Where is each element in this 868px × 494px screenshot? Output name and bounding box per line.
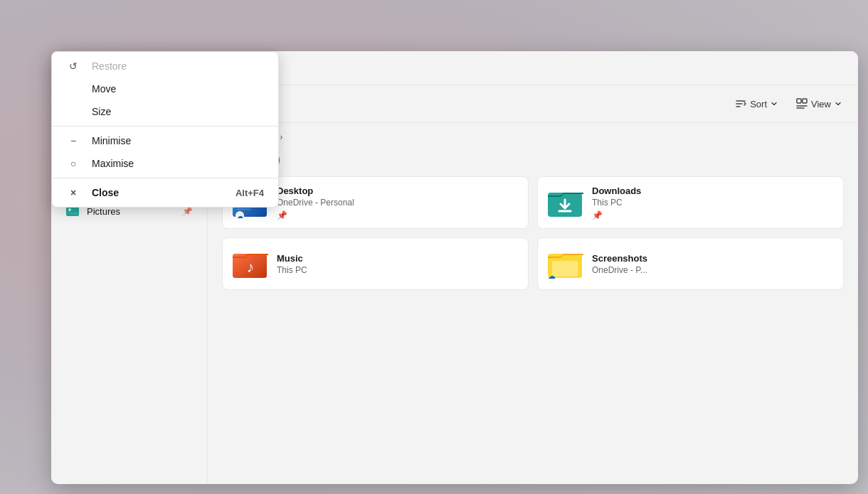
content-area: Quick access › Folders (7) xyxy=(208,123,858,484)
onedrive-badge-screenshots: ☁ xyxy=(548,272,556,281)
ctx-close-label: Close xyxy=(92,187,224,198)
folder-pin-desktop: 📌 xyxy=(277,210,354,220)
folder-sub-screenshots: OneDrive - P... xyxy=(592,265,647,275)
restore-icon: ↺ xyxy=(66,60,80,72)
ctx-divider-2 xyxy=(52,178,278,178)
ctx-minimise-label: Minimise xyxy=(92,135,253,146)
ctx-size[interactable]: Size xyxy=(52,100,278,123)
folder-name-desktop: Desktop xyxy=(277,186,354,196)
folder-name-music: Music xyxy=(277,253,307,264)
ctx-size-label: Size xyxy=(92,106,253,117)
ctx-close[interactable]: × Close Alt+F4 xyxy=(52,181,278,204)
view-button[interactable]: View xyxy=(788,93,850,114)
svg-rect-29 xyxy=(237,208,251,210)
folder-item-downloads[interactable]: Downloads This PC 📌 xyxy=(537,176,844,229)
ctx-move[interactable]: Move xyxy=(52,77,278,100)
svg-rect-38 xyxy=(552,261,578,276)
folder-info-music: Music This PC xyxy=(277,253,307,275)
section-heading: Folders (7) xyxy=(222,154,844,166)
folder-info-downloads: Downloads This PC 📌 xyxy=(592,186,641,220)
breadcrumb: Quick access › xyxy=(222,131,844,142)
folder-name-downloads: Downloads xyxy=(592,186,641,196)
ctx-maximise-label: Maximise xyxy=(92,158,253,169)
folder-item-screenshots[interactable]: ☁ Screenshots OneDrive - P... xyxy=(537,237,844,290)
minimise-icon: − xyxy=(66,135,80,146)
folder-item-music[interactable]: ♪ Music This PC xyxy=(222,237,529,290)
folder-sub-music: This PC xyxy=(277,265,307,275)
svg-rect-23 xyxy=(66,206,79,216)
ctx-divider-1 xyxy=(52,126,278,127)
folders-grid: ☁ Desktop OneDrive - Personal xyxy=(222,176,844,290)
view-label: View xyxy=(811,99,831,109)
sort-button[interactable]: Sort xyxy=(727,93,785,114)
ctx-minimise[interactable]: − Minimise xyxy=(52,129,278,152)
sort-label: Sort xyxy=(750,99,767,109)
folder-icon-screenshots: ☁ xyxy=(546,245,583,282)
context-menu: ↺ Restore Move Size − Minimise ○ Maximis… xyxy=(51,51,279,208)
svg-point-24 xyxy=(68,208,71,211)
sidebar-pictures-pin: 📌 xyxy=(182,206,193,216)
folder-info-screenshots: Screenshots OneDrive - P... xyxy=(592,253,647,275)
folder-icon-downloads xyxy=(546,184,583,221)
folder-icon-music: ♪ xyxy=(231,245,268,282)
svg-text:♪: ♪ xyxy=(247,258,255,276)
ctx-restore[interactable]: ↺ Restore xyxy=(52,55,278,77)
ctx-close-shortcut: Alt+F4 xyxy=(235,188,264,198)
svg-text:☁: ☁ xyxy=(237,213,243,220)
folder-sub-desktop: OneDrive - Personal xyxy=(277,198,354,208)
maximise-icon: ○ xyxy=(66,158,80,169)
ctx-move-label: Move xyxy=(92,83,253,95)
breadcrumb-separator: › xyxy=(280,131,282,142)
close-icon: × xyxy=(66,187,80,198)
folder-sub-downloads: This PC xyxy=(592,198,641,208)
ctx-maximise[interactable]: ○ Maximise xyxy=(52,152,278,175)
folder-name-screenshots: Screenshots xyxy=(592,253,647,264)
folder-info-desktop: Desktop OneDrive - Personal 📌 xyxy=(277,186,354,220)
folder-pin-downloads: 📌 xyxy=(592,210,641,220)
ctx-restore-label: Restore xyxy=(92,60,253,72)
svg-rect-10 xyxy=(803,99,807,103)
svg-rect-9 xyxy=(797,99,801,103)
